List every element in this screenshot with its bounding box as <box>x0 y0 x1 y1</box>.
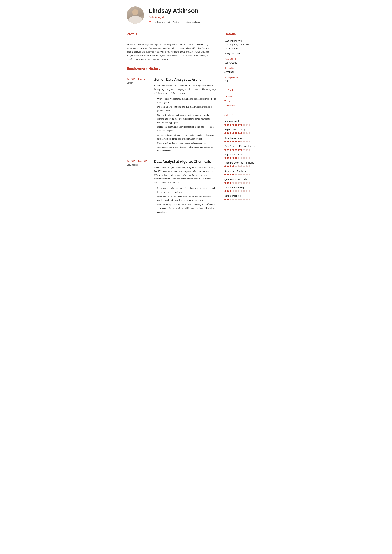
skill-dots-2 <box>224 140 265 142</box>
links-section-title: Links <box>224 88 265 93</box>
place-of-birth-label: Place of birth <box>224 57 265 61</box>
skill-row-6: Regression Analysis <box>224 169 265 175</box>
skill-name-5: Machine Learning Principles <box>224 161 265 165</box>
bullet: Act as the liaison between data architec… <box>157 133 217 141</box>
dot <box>240 165 242 167</box>
skill-dots-7 <box>224 182 265 184</box>
link-facebook[interactable]: Facebook <box>224 104 265 108</box>
dot <box>232 157 234 159</box>
dot <box>249 198 250 200</box>
dot <box>227 198 229 200</box>
skill-name-4: Big Data Analysis <box>224 153 265 156</box>
skill-dots-8 <box>224 190 265 192</box>
dot <box>224 132 226 134</box>
dot <box>249 124 250 126</box>
dot <box>227 190 229 192</box>
skill-row-8: Data Warehousing <box>224 186 265 192</box>
dot <box>224 124 226 126</box>
profile-section: Profile Experienced Data Analyst with a … <box>127 32 217 61</box>
dot <box>235 182 237 184</box>
driving-license-value: Full <box>224 79 265 83</box>
dot <box>230 157 231 159</box>
dot <box>246 165 248 167</box>
dot <box>243 182 245 184</box>
link-twitter[interactable]: Twitter <box>224 99 265 103</box>
dot <box>227 132 229 134</box>
bullet: Manage the planning and development of d… <box>157 125 217 133</box>
dot <box>246 190 248 192</box>
dot <box>249 165 250 167</box>
bullet: Present findings and propose solutions t… <box>157 203 217 214</box>
dot <box>249 149 250 151</box>
dot <box>230 124 231 126</box>
nationality-value: American <box>224 70 265 74</box>
place-of-birth-value: San Antonio <box>224 61 265 65</box>
dot <box>238 149 239 151</box>
job-location-1: Borger <box>127 81 150 84</box>
dot <box>235 157 237 159</box>
bullet: Identify and resolve any data processing… <box>157 141 217 153</box>
job-summary-2: Completed an in-depth market analysis of… <box>154 166 217 184</box>
skill-row-5: Machine Learning Principles <box>224 161 265 167</box>
bullet: Delegate all data scrubbing and data man… <box>157 105 217 112</box>
dot <box>238 140 239 142</box>
skill-row-9: Data Scrubbing <box>224 194 265 200</box>
address-line1: 1515 Pacific Ave <box>224 39 265 43</box>
dot <box>230 132 231 134</box>
driving-license-label: Driving license <box>224 76 265 79</box>
dot <box>224 174 226 175</box>
address-line3: United States <box>224 47 265 50</box>
job-entry-2: Jan 2015 — Dec 2017 Los Angeles Data Ana… <box>127 159 217 215</box>
dot <box>249 132 250 134</box>
bullet: Use statistical models to correlate vari… <box>157 195 217 202</box>
avatar <box>127 7 144 24</box>
dot <box>243 165 245 167</box>
skill-dots-6 <box>224 174 265 175</box>
email-text: email@email.com <box>183 21 200 24</box>
skill-dots-4 <box>224 157 265 159</box>
profile-section-title: Profile <box>127 32 217 37</box>
dot <box>243 124 245 126</box>
dot <box>230 149 231 151</box>
dot <box>243 198 245 200</box>
skill-name-0: Survey Creation <box>224 120 265 123</box>
job-title-1: Senior Data Analyst at Archem <box>154 77 217 82</box>
dot <box>238 165 239 167</box>
dot <box>249 182 250 184</box>
dot <box>240 174 242 175</box>
dot <box>243 157 245 159</box>
skill-name-3: Data Science Methodologies <box>224 144 265 148</box>
dot <box>224 165 226 167</box>
dot <box>227 174 229 175</box>
dot <box>240 157 242 159</box>
skill-dots-0 <box>224 124 265 126</box>
dot <box>230 198 231 200</box>
skill-dots-9 <box>224 198 265 200</box>
job-location-2: Los Angeles <box>127 163 150 167</box>
dot <box>243 190 245 192</box>
skill-name-7: Quantitative Methods <box>224 178 265 181</box>
header-contact: 📍 Los Angeles, United States email@email… <box>149 21 265 24</box>
dot <box>224 157 226 159</box>
dot <box>227 149 229 151</box>
dot <box>240 198 242 200</box>
job-content-2: Data Analyst at Algorax Chemicals Comple… <box>154 159 217 215</box>
dot <box>240 190 242 192</box>
dot <box>224 140 226 142</box>
dot <box>238 174 239 175</box>
address-line2: Los Angeles, CA 90291, <box>224 43 265 47</box>
employment-divider <box>127 74 217 74</box>
skill-row-4: Big Data Analysis <box>224 153 265 159</box>
dot <box>240 182 242 184</box>
dot <box>246 124 248 126</box>
dot <box>235 165 237 167</box>
dot <box>230 190 231 192</box>
link-linkedin[interactable]: Linkedin <box>224 95 265 98</box>
bullet: Interpret data and make conclusions that… <box>157 186 217 194</box>
dot <box>246 182 248 184</box>
dot <box>232 165 234 167</box>
dot <box>238 190 239 192</box>
avatar-image <box>127 7 144 24</box>
skill-name-8: Data Warehousing <box>224 186 265 189</box>
dot <box>243 174 245 175</box>
